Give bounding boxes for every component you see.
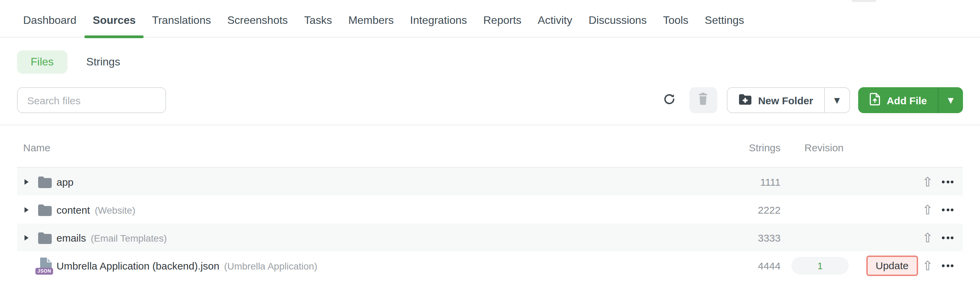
nav-tab-members[interactable]: Members [340, 4, 402, 37]
strings-count: 1111 [760, 176, 781, 187]
refresh-button[interactable] [661, 91, 679, 109]
nav-tab-dashboard[interactable]: Dashboard [15, 4, 85, 37]
view-toggle: Files Strings [17, 50, 980, 74]
nav-tab-label: Reports [483, 14, 521, 27]
more-actions-button[interactable] [942, 208, 953, 211]
search-input[interactable] [17, 87, 166, 113]
add-file-label: Add File [887, 94, 927, 106]
table-row-file-umbrella-json[interactable]: JSON Umbrella Application (backend).json… [17, 251, 963, 280]
nav-tab-label: Screenshots [227, 14, 288, 27]
table-row-folder-emails[interactable]: emails(Email Templates) 3333 ⇧ [17, 224, 963, 251]
row-name[interactable]: Umbrella Application (backend).json(Umbr… [56, 260, 318, 271]
chevron-down-icon: ▼ [948, 96, 954, 104]
folder-icon [37, 202, 52, 217]
nav-tab-discussions[interactable]: Discussions [581, 4, 655, 37]
update-button[interactable]: Update [866, 255, 918, 276]
new-folder-dropdown[interactable]: ▼ [824, 88, 850, 112]
new-folder-button: New Folder ▼ [727, 87, 850, 113]
nav-tab-label: Activity [538, 14, 572, 27]
upload-icon[interactable]: ⇧ [922, 231, 933, 244]
folder-icon [37, 174, 52, 189]
add-file-dropdown[interactable]: ▼ [938, 87, 963, 113]
files-toolbar: New Folder ▼ Add File [17, 87, 963, 113]
more-actions-button[interactable] [942, 264, 953, 267]
nav-tab-screenshots[interactable]: Screenshots [219, 4, 296, 37]
nav-tab-sources[interactable]: Sources [85, 4, 144, 37]
nav-tab-settings[interactable]: Settings [697, 4, 752, 37]
folder-name: content [56, 204, 90, 215]
column-header-strings: Strings [749, 142, 781, 153]
nav-tab-label: Tasks [304, 14, 332, 27]
chevron-down-icon: ▼ [834, 96, 840, 104]
json-file-icon: JSON [39, 257, 52, 273]
toggle-strings[interactable]: Strings [78, 50, 129, 74]
trash-icon [698, 93, 709, 108]
folder-plus-icon [738, 93, 752, 107]
table-header: Name Strings Revision [17, 125, 963, 168]
file-upload-icon [869, 93, 881, 108]
nav-tab-label: Members [348, 14, 394, 27]
new-folder-label: New Folder [758, 94, 813, 106]
row-name[interactable]: emails(Email Templates) [56, 232, 167, 243]
new-folder-main[interactable]: New Folder [727, 88, 824, 112]
column-header-name: Name [23, 142, 50, 153]
table-row-folder-content[interactable]: content(Website) 2222 ⇧ [17, 196, 963, 224]
strings-count: 3333 [758, 232, 781, 243]
files-table: Name Strings Revision app 1111 ⇧ [17, 125, 963, 280]
nav-tab-label: Dashboard [23, 14, 76, 27]
upload-icon[interactable]: ⇧ [922, 175, 933, 188]
nav-tab-label: Tools [663, 14, 688, 27]
expand-caret-icon[interactable] [24, 207, 29, 212]
folder-name: emails [56, 232, 86, 243]
folder-icon [37, 230, 52, 245]
project-nav: Dashboard Sources Translations Screensho… [0, 0, 980, 37]
nav-tab-reports[interactable]: Reports [475, 4, 530, 37]
expand-caret-icon[interactable] [24, 179, 29, 184]
folder-name: app [56, 176, 73, 187]
nav-tab-integrations[interactable]: Integrations [402, 4, 475, 37]
file-name: Umbrella Application (backend).json [56, 260, 220, 271]
nav-tab-translations[interactable]: Translations [144, 4, 219, 37]
strings-count: 4444 [758, 260, 781, 271]
page: Dashboard Sources Translations Screensho… [0, 0, 980, 291]
nav-tab-label: Sources [93, 14, 136, 27]
revision-badge[interactable]: 1 [791, 257, 849, 274]
toggle-files[interactable]: Files [17, 50, 67, 74]
expand-caret-icon[interactable] [24, 235, 29, 240]
nav-tab-label: Translations [152, 14, 211, 27]
nav-tab-tools[interactable]: Tools [655, 4, 697, 37]
refresh-icon [663, 92, 676, 108]
row-name[interactable]: app [56, 176, 73, 187]
more-actions-button[interactable] [942, 236, 953, 239]
toolbar-actions: New Folder ▼ Add File [661, 87, 963, 113]
nav-tab-label: Integrations [410, 14, 467, 27]
nav-tab-tasks[interactable]: Tasks [296, 4, 340, 37]
add-file-button: Add File ▼ [858, 87, 963, 113]
file-type-badge: JSON [35, 267, 53, 274]
column-header-revision: Revision [804, 142, 843, 153]
folder-annotation: (Email Templates) [91, 232, 167, 243]
file-annotation: (Umbrella Application) [224, 260, 318, 271]
upload-icon[interactable]: ⇧ [922, 259, 933, 272]
strings-count: 2222 [758, 204, 781, 215]
delete-button[interactable] [689, 87, 717, 113]
nav-tab-activity[interactable]: Activity [530, 4, 580, 37]
table-row-folder-app[interactable]: app 1111 ⇧ [17, 168, 963, 196]
more-actions-button[interactable] [942, 180, 953, 183]
nav-tab-label: Discussions [589, 14, 647, 27]
upload-icon[interactable]: ⇧ [922, 203, 933, 216]
nav-tab-label: Settings [705, 14, 744, 27]
row-name[interactable]: content(Website) [56, 204, 135, 215]
add-file-main[interactable]: Add File [858, 87, 938, 113]
folder-annotation: (Website) [95, 205, 135, 215]
